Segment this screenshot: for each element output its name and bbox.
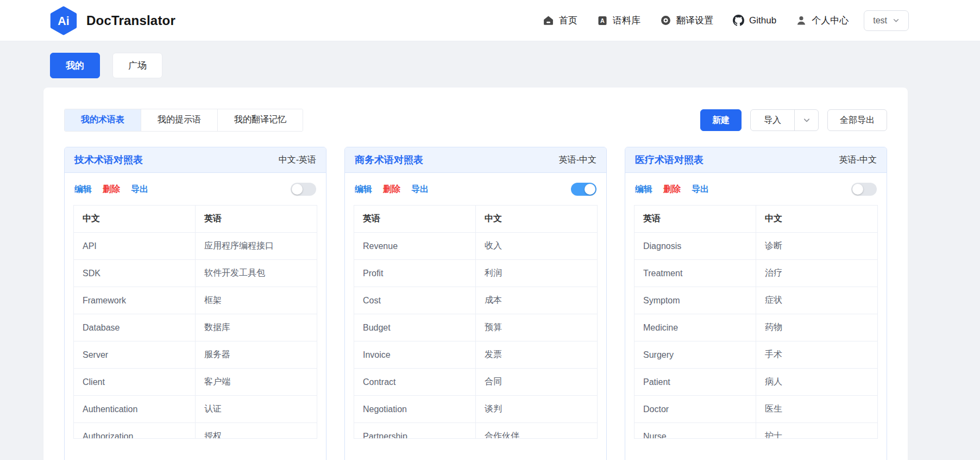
toolbar-buttons: 新建 导入 全部导出 <box>700 109 887 131</box>
term-cell: Patient <box>635 369 756 396</box>
term-cell: 发票 <box>476 341 598 369</box>
glossary-row: API应用程序编程接口 <box>74 233 317 260</box>
tab-mine[interactable]: 我的 <box>50 53 100 78</box>
tab-plaza[interactable]: 广场 <box>112 53 162 78</box>
toggle-knob <box>585 184 595 195</box>
term-cell: Nurse <box>635 423 756 439</box>
import-dropdown-toggle[interactable] <box>794 110 818 130</box>
glossary-row: Budget预算 <box>354 314 597 341</box>
glossary-row: Nurse护士 <box>635 423 877 439</box>
delete-link[interactable]: 删除 <box>103 184 120 195</box>
term-cell: 预算 <box>476 314 598 341</box>
enable-toggle[interactable] <box>291 183 316 196</box>
term-cell: 症状 <box>756 287 878 314</box>
glossary-row: Doctor医生 <box>635 396 877 423</box>
language-pair-label: 中文-英语 <box>279 154 316 166</box>
new-button[interactable]: 新建 <box>700 109 742 131</box>
view-tabs: 我的 广场 <box>43 53 908 78</box>
glossary-table[interactable]: 中文 英语 API应用程序编程接口SDK软件开发工具包Framework框架Da… <box>73 205 317 439</box>
main-nav: 首页 A 语料库 翻译设置 Github <box>543 14 849 27</box>
edit-link[interactable]: 编辑 <box>355 184 372 195</box>
glossary-card: 商务术语对照表 英语-中文 编辑 删除 导出 英语 中文 Revenue收入Pr… <box>344 147 607 460</box>
export-link[interactable]: 导出 <box>131 184 148 195</box>
term-cell: 合作伙伴 <box>476 423 598 439</box>
account-dropdown[interactable]: test <box>864 10 909 31</box>
term-cell: Authentication <box>74 396 196 423</box>
edit-link[interactable]: 编辑 <box>635 184 652 195</box>
corpus-icon: A <box>597 15 608 26</box>
nav-label: 个人中心 <box>812 14 849 27</box>
term-cell: Negotiation <box>354 396 476 423</box>
term-cell: Revenue <box>354 233 476 260</box>
term-cell: Profit <box>354 260 476 287</box>
nav-item-profile[interactable]: 个人中心 <box>796 14 849 27</box>
term-cell: Cost <box>354 287 476 314</box>
term-cell: 认证 <box>196 396 317 423</box>
target-column-header: 中文 <box>756 206 878 233</box>
main-panel: 我的术语表 我的提示语 我的翻译记忆 新建 导入 全部导出 技 <box>43 88 908 460</box>
glossary-title[interactable]: 技术术语对照表 <box>74 153 143 166</box>
term-cell: 授权 <box>196 423 317 439</box>
github-icon <box>733 15 744 26</box>
glossary-card: 医疗术语对照表 英语-中文 编辑 删除 导出 英语 中文 Diagnosis诊断… <box>625 147 887 460</box>
nav-label: 翻译设置 <box>676 14 713 27</box>
edit-link[interactable]: 编辑 <box>74 184 92 195</box>
glossary-card-header: 医疗术语对照表 英语-中文 <box>625 147 887 173</box>
term-cell: 医生 <box>756 396 878 423</box>
glossary-card-header: 商务术语对照表 英语-中文 <box>345 147 606 173</box>
tab-my-prompts[interactable]: 我的提示语 <box>141 109 218 131</box>
nav-item-corpus[interactable]: A 语料库 <box>597 14 640 27</box>
glossary-card-grid: 技术术语对照表 中文-英语 编辑 删除 导出 中文 英语 API应用程序编程接口… <box>64 147 887 460</box>
term-cell: Medicine <box>635 314 756 341</box>
toggle-knob <box>852 184 863 195</box>
app-header: Ai DocTranslator 首页 A 语料库 翻译设置 <box>0 0 980 41</box>
nav-item-github[interactable]: Github <box>733 15 776 26</box>
tab-my-translation-memory[interactable]: 我的翻译记忆 <box>218 109 303 131</box>
term-cell: Treatment <box>635 260 756 287</box>
glossary-title[interactable]: 医疗术语对照表 <box>635 153 703 166</box>
import-button[interactable]: 导入 <box>751 110 794 130</box>
chevron-down-icon <box>803 116 811 124</box>
export-all-button[interactable]: 全部导出 <box>827 109 887 131</box>
term-cell: Contract <box>354 369 476 396</box>
glossary-row: Client客户端 <box>74 369 317 396</box>
table-header-row: 英语 中文 <box>635 206 877 233</box>
term-cell: 病人 <box>756 369 878 396</box>
term-cell: 收入 <box>476 233 598 260</box>
nav-item-translate-settings[interactable]: 翻译设置 <box>660 14 713 27</box>
term-cell: API <box>74 233 196 260</box>
term-cell: 框架 <box>196 287 317 314</box>
term-cell: Symptom <box>635 287 756 314</box>
glossary-row: Authentication认证 <box>74 396 317 423</box>
glossary-row: Framework框架 <box>74 287 317 314</box>
glossary-table[interactable]: 英语 中文 Revenue收入Profit利润Cost成本Budget预算Inv… <box>354 205 598 439</box>
glossary-card-actions: 编辑 删除 导出 <box>345 173 606 205</box>
source-column-header: 英语 <box>354 206 476 233</box>
term-cell: Database <box>74 314 196 341</box>
glossary-row: Server服务器 <box>74 341 317 369</box>
source-column-header: 英语 <box>635 206 756 233</box>
page-body: 我的 广场 我的术语表 我的提示语 我的翻译记忆 新建 导入 全 <box>0 41 980 460</box>
glossary-title[interactable]: 商务术语对照表 <box>355 153 423 166</box>
delete-link[interactable]: 删除 <box>663 184 681 195</box>
term-cell: 成本 <box>476 287 598 314</box>
term-cell: 客户端 <box>196 369 317 396</box>
brand[interactable]: Ai DocTranslator <box>49 6 175 35</box>
account-name: test <box>873 16 887 26</box>
enable-toggle[interactable] <box>851 183 877 196</box>
nav-item-home[interactable]: 首页 <box>543 14 577 27</box>
term-cell: 诊断 <box>756 233 878 260</box>
translate-settings-icon <box>660 15 671 26</box>
term-cell: 药物 <box>756 314 878 341</box>
term-cell: 护士 <box>756 423 878 439</box>
export-link[interactable]: 导出 <box>411 184 429 195</box>
glossary-table[interactable]: 英语 中文 Diagnosis诊断Treatment治疗Symptom症状Med… <box>634 205 878 439</box>
term-cell: Diagnosis <box>635 233 756 260</box>
delete-link[interactable]: 删除 <box>383 184 400 195</box>
tab-my-glossaries[interactable]: 我的术语表 <box>65 109 141 131</box>
panel-toolbar: 我的术语表 我的提示语 我的翻译记忆 新建 导入 全部导出 <box>64 109 887 132</box>
export-link[interactable]: 导出 <box>692 184 709 195</box>
home-icon <box>543 15 554 26</box>
enable-toggle[interactable] <box>571 183 596 196</box>
nav-label: Github <box>749 15 776 26</box>
